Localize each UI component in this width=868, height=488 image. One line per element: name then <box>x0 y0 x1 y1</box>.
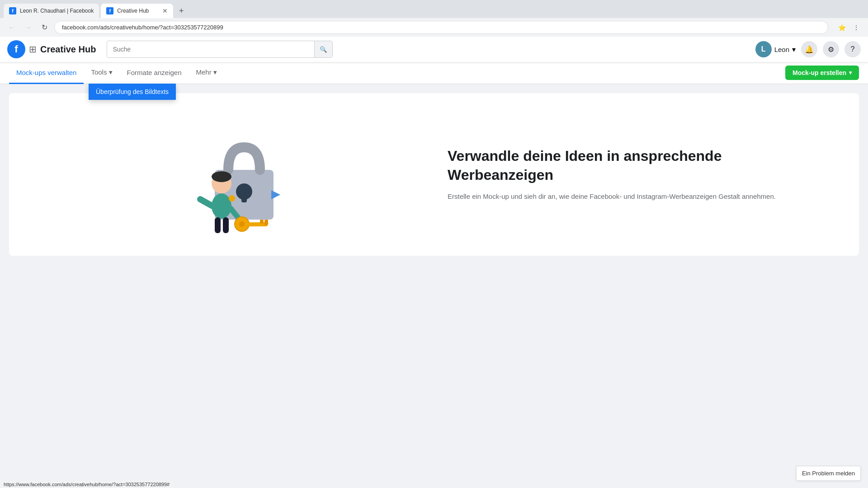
report-problem-button[interactable]: Ein Problem melden <box>796 466 861 481</box>
hero-illustration <box>170 111 296 238</box>
app-name: Creative Hub <box>40 44 96 55</box>
user-menu-button[interactable]: L Leon ▾ <box>755 41 796 57</box>
nav-more-label: Mehr <box>196 68 212 76</box>
tools-dropdown-menu: Überprüfung des Bildtexts <box>89 84 176 100</box>
nav-tools-label: Tools <box>91 68 107 76</box>
tools-dropdown-arrow: ▾ <box>109 68 113 76</box>
back-button[interactable]: ← <box>5 21 18 34</box>
hero-text: Verwandle deine Ideen in ansprechende We… <box>420 147 823 202</box>
reload-button[interactable]: ↻ <box>38 21 51 34</box>
main-content: Verwandle deine Ideen in ansprechende We… <box>0 93 868 488</box>
search-input[interactable] <box>107 42 314 56</box>
nav-item-tools[interactable]: Tools ▾ <box>84 62 119 84</box>
nav-mockups-label: Mock-ups verwalten <box>16 69 76 76</box>
browser-navbar: ← → ↻ facebook.com/ads/creativehub/home/… <box>0 18 868 37</box>
nav-formats-label: Formate anzeigen <box>127 69 182 76</box>
more-dropdown-arrow: ▾ <box>213 68 217 76</box>
svg-rect-12 <box>260 220 264 224</box>
url-text: facebook.com/ads/creativehub/home/?act=3… <box>62 24 223 31</box>
fb-nav: Mock-ups verwalten Tools ▾ Formate anzei… <box>0 62 868 84</box>
settings-button[interactable]: ⚙ <box>823 41 839 57</box>
browser-tools: ⭐ ⋮ <box>835 21 863 34</box>
user-dropdown-arrow: ▾ <box>792 45 796 54</box>
search-button[interactable]: 🔍 <box>314 41 332 57</box>
nav-item-formats[interactable]: Formate anzeigen <box>120 62 189 84</box>
hero-subtitle: Erstelle ein Mock-up und sieh dir an, wi… <box>448 192 823 202</box>
grid-icon[interactable]: ⊞ <box>29 44 37 55</box>
svg-rect-2 <box>241 192 247 202</box>
search-box: 🔍 <box>107 41 333 58</box>
tab-favicon-ch: f <box>106 7 113 14</box>
new-tab-button[interactable]: + <box>175 5 188 17</box>
notifications-button[interactable]: 🔔 <box>801 41 817 57</box>
hero-section: Verwandle deine Ideen in ansprechende We… <box>9 93 859 256</box>
nav-item-mockups[interactable]: Mock-ups verwalten <box>9 62 84 84</box>
header-search: 🔍 <box>107 41 333 58</box>
dropdown-item-bildtext[interactable]: Überprüfung des Bildtexts <box>89 84 176 100</box>
forward-button[interactable]: → <box>22 21 34 34</box>
svg-rect-9 <box>223 217 229 233</box>
svg-point-5 <box>212 171 231 182</box>
create-mockup-arrow: ▾ <box>849 70 852 76</box>
header-right: L Leon ▾ 🔔 ⚙ ? <box>755 41 861 57</box>
tab-label-creative-hub: Creative Hub <box>117 8 149 14</box>
tab-label-facebook: Leon R. Chaudhari | Facebook <box>20 8 94 14</box>
svg-marker-16 <box>271 190 280 199</box>
svg-line-6 <box>200 199 212 206</box>
help-button[interactable]: ? <box>844 41 861 57</box>
svg-rect-13 <box>264 220 268 225</box>
svg-point-15 <box>229 195 235 202</box>
tab-favicon-fb: f <box>9 7 16 14</box>
fb-logo: f <box>7 40 25 58</box>
browser-titlebar: f Leon R. Chaudhari | Facebook f Creativ… <box>0 0 868 18</box>
status-url: https://www.facebook.com/ads/creativehub… <box>4 482 170 487</box>
create-mockup-button[interactable]: Mock-up erstellen ▾ <box>785 66 859 80</box>
create-mockup-label: Mock-up erstellen <box>793 69 846 76</box>
hero-image <box>45 111 420 238</box>
browser-chrome: f Leon R. Chaudhari | Facebook f Creativ… <box>0 0 868 37</box>
avatar: L <box>755 41 772 57</box>
report-problem-label: Ein Problem melden <box>802 470 855 477</box>
tab-close-icon[interactable]: ✕ <box>162 7 168 14</box>
hero-title: Verwandle deine Ideen in ansprechende We… <box>448 147 823 184</box>
status-bar: https://www.facebook.com/ads/creativehub… <box>0 481 173 488</box>
username: Leon <box>774 46 789 53</box>
tab-facebook[interactable]: f Leon R. Chaudhari | Facebook <box>4 4 99 18</box>
dropdown-item-bildtext-label: Überprüfung des Bildtexts <box>96 88 169 95</box>
svg-rect-8 <box>215 217 221 233</box>
address-bar[interactable]: facebook.com/ads/creativehub/home/?act=3… <box>54 21 828 34</box>
browser-menu-icon[interactable]: ⋮ <box>850 21 863 34</box>
fb-header: f ⊞ Creative Hub 🔍 L Leon ▾ 🔔 ⚙ ? <box>0 37 868 62</box>
nav-item-more[interactable]: Mehr ▾ <box>189 62 224 84</box>
facebook-app: f ⊞ Creative Hub 🔍 L Leon ▾ 🔔 ⚙ ? Mock-u… <box>0 37 868 488</box>
svg-point-14 <box>239 221 245 227</box>
extensions-icon[interactable]: ⭐ <box>835 21 848 34</box>
tab-creative-hub[interactable]: f Creative Hub ✕ <box>101 4 173 18</box>
